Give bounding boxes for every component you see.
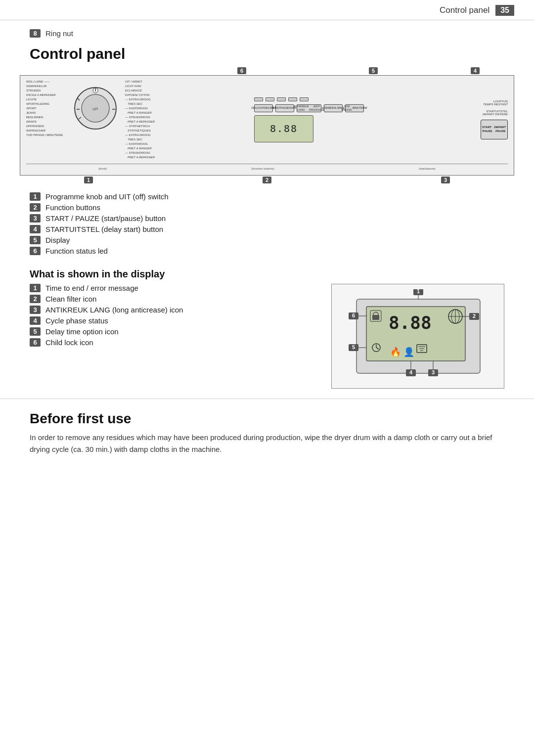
svg-text:8.88: 8.88 [389,312,432,333]
led-4 [288,97,297,101]
d-badge-1: 1 [30,284,41,292]
knob-label-lichte: LICHTESPORTKLEDINGSPORT [26,97,66,111]
svg-text:3: 3 [432,369,435,375]
btn-zoemer[interactable]: ZOEMERALARME [324,104,343,112]
svg-text:👤: 👤 [403,347,415,357]
knob-label-tijd: TIJD PROGR./ MINUTERIE [26,133,66,137]
panel-top-row: WOL/ LAINE —— GEMAKKELIJKSTRIJKENFACILE … [26,80,508,160]
d-item-5-text: Delay time option icon [45,327,119,336]
knob-r-extra2: — EXTRA DROOG TRES SEC [125,133,170,142]
svg-text:4: 4 [409,369,413,375]
led-1 [254,97,263,101]
panel-center: DELICAATDELICAT SENSITIVESENSIBLE ANTIKR… [254,97,364,142]
display-items-list: 1 Time to end / error message 2 Clean fi… [30,284,316,349]
function-led-row [254,97,309,101]
ring-nut-label: Ring nut [45,29,73,38]
knob-r-uit: UIT / ARRET [125,80,170,84]
display-item-6: 6 Child lock icon [30,338,316,347]
looptijd-label: LOOPTIJDTEMPS RESTANT [483,100,508,106]
led-3 [277,97,286,101]
btn-delicaat[interactable]: DELICAATDELICAT [254,104,273,112]
header-bar: Control panel 35 [0,0,534,20]
start-pause-button[interactable]: START PAUZEDEPART PAUSE [481,120,508,139]
control-panel-diagram: WOL/ LAINE —— GEMAKKELIJKSTRIJKENFACILE … [20,75,514,176]
display-section-title: What is shown in the display [0,262,534,284]
knob-r-katoen: KATOEN/ COTON [125,93,170,97]
list-item-5: 5 Display [30,236,504,244]
knob-r-kast1: — KASTDROOG PRET A RANGER [125,106,170,115]
bot-label-3: 3 [441,177,450,183]
knob-label-bed: BEDLINNENDRAPS [26,115,66,124]
badge-5: 5 [30,236,41,244]
d-item-2-text: Clean filter icon [45,295,96,303]
btn-sensitive[interactable]: SENSITIVESENSIBLE [275,104,294,112]
svg-text:6: 6 [352,312,355,318]
diagram-wrapper: 6 5 4 WOL/ LAINE —— GEMAKKELIJKSTRIJKENF… [20,67,514,183]
list-item-4: 4 STARTUITSTEL (delay start) button [30,225,504,233]
knob-right-labels: UIT / ARRET LICHT AAN/ECLAIRACE KATOEN/ … [125,80,170,160]
item-5-text: Display [45,236,70,244]
display-item-5: 5 Delay time option icon [30,327,316,336]
bot-label-2: 2 [263,177,271,183]
display-item-4: 4 Cycle phase status [30,316,316,325]
btn-tijdprogr[interactable]: TIJD PROGR.MINUTERIE [345,104,364,112]
startuitstel-label: STARTUITSTELDEPART DIFFERE [483,110,508,116]
led-2 [266,97,274,101]
list-item-6: 6 Function status led [30,247,504,255]
btn-antikreuk[interactable]: ANTIKREUKLANGANTI-FROISSAGE [297,104,321,112]
svg-text:5: 5 [352,344,355,350]
knob-label-gemak: GEMAKKELIJKSTRIJKENFACILE A REPASSER [26,84,66,97]
led-5 [300,97,309,101]
knob-label-jeans: JEANS [26,111,66,115]
knob-r-synth: — SYNTHETISCH SYNTHETIQUES [125,124,170,133]
list-item-1: 1 Programme knob and UIT (off) switch [30,192,504,201]
svg-text:1: 1 [417,289,420,294]
above-panel-labels: 6 5 4 [20,67,514,75]
display-item-1: 1 Time to end / error message [30,284,316,292]
panel-divider [26,164,508,164]
d-item-6-text: Child lock icon [45,338,93,347]
badge-4: 4 [30,225,41,233]
ring-nut-badge: 8 [30,29,41,38]
list-item-2: 2 Function buttons [30,203,504,212]
page-number: 35 [495,5,514,16]
function-buttons-row: DELICAATDELICAT SENSITIVESENSIBLE ANTIKR… [254,104,364,112]
svg-rect-15 [372,315,379,320]
badge-6: 6 [30,247,41,255]
top-label-6: 6 [237,67,246,74]
knob-r-strijk2: — STRIJKDROOG PRET A REPASSER [125,151,170,160]
programme-knob-svg: UIT [71,80,120,134]
d-badge-4: 4 [30,316,41,325]
bottom-knob-ref: (knob) [98,167,107,170]
d-item-1-text: Time to end / error message [45,284,138,292]
control-panel-list: 1 Programme knob and UIT (off) switch 2 … [0,188,534,262]
knob-r-kast2: — KASTDROOG PRET A RANGER [125,142,170,151]
svg-text:2: 2 [473,313,476,319]
knob-left-labels: WOL/ LAINE —— GEMAKKELIJKSTRIJKENFACILE … [26,80,66,137]
d-badge-5: 5 [30,327,41,336]
ring-nut-section: 8 Ring nut [0,20,534,41]
control-panel-title: Control panel [0,41,534,67]
header-title: Control panel [440,5,490,15]
item-4-text: STARTUITSTEL (delay start) button [45,225,163,233]
display-diagram-box: 1 6 8.88 2 [331,284,504,389]
display-item-2: 2 Clean filter icon [30,295,316,303]
d-item-4-text: Cycle phase status [45,316,108,325]
item-2-text: Function buttons [45,203,100,212]
display-item-3: 3 ANTIKREUK LANG (long anticrease) icon [30,306,316,314]
svg-text:UIT: UIT [92,107,98,111]
svg-text:🔥: 🔥 [390,347,401,357]
item-6-text: Function status led [45,247,108,255]
d-badge-3: 3 [30,306,41,314]
top-label-4: 4 [471,67,480,74]
d-badge-6: 6 [30,338,41,347]
bottom-start-ref: (start/pause) [419,167,436,170]
knob-label-wol: WOL/ LAINE —— [26,80,66,84]
bottom-func-ref: (function buttons) [251,167,274,170]
panel-bottom-labels: (knob) (function buttons) (start/pause) [26,166,508,171]
before-first-use-text: In order to remove any residues which ma… [0,432,534,465]
display-diagram-svg: 1 6 8.88 2 [337,289,499,383]
badge-3: 3 [30,214,41,222]
d-badge-2: 2 [30,295,41,303]
badge-2: 2 [30,203,41,212]
